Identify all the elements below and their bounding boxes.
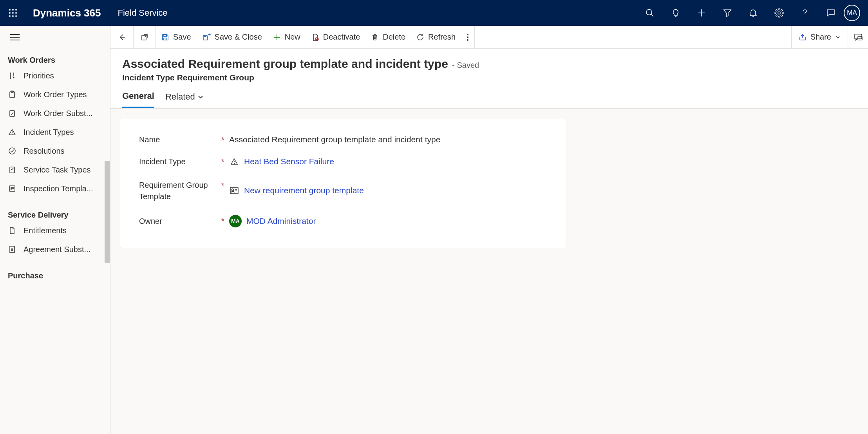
sidebar-item-agreement-substatus[interactable]: Agreement Subst... bbox=[0, 240, 110, 259]
cmd-label: Share bbox=[810, 33, 831, 42]
sidebar-item-entitlements[interactable]: Entitlements bbox=[0, 221, 110, 240]
field-value-requirement-group[interactable]: New requirement group template bbox=[229, 180, 547, 195]
sidebar-item-label: Priorities bbox=[24, 71, 110, 80]
svg-point-24 bbox=[12, 134, 13, 134]
page-title: Associated Requirement group template an… bbox=[122, 57, 448, 70]
tab-related[interactable]: Related bbox=[165, 91, 204, 108]
related-pane-button[interactable] bbox=[848, 26, 868, 48]
more-vertical-icon bbox=[467, 33, 469, 42]
form-card: Name * Associated Requirement group temp… bbox=[120, 118, 566, 248]
hamburger-icon bbox=[10, 34, 20, 41]
svg-rect-38 bbox=[204, 35, 206, 36]
search-button[interactable] bbox=[637, 0, 663, 26]
more-commands-button[interactable] bbox=[461, 26, 474, 49]
svg-point-25 bbox=[9, 148, 15, 154]
sidebar-item-incident-types[interactable]: Incident Types bbox=[0, 123, 110, 142]
svg-rect-36 bbox=[164, 35, 166, 36]
deactivate-icon bbox=[311, 33, 319, 41]
svg-point-1 bbox=[12, 9, 14, 11]
sidebar-item-label: Incident Types bbox=[24, 128, 110, 137]
sidebar-item-resolutions[interactable]: Resolutions bbox=[0, 142, 110, 160]
save-status: - Saved bbox=[452, 61, 479, 69]
sidebar-item-label: Inspection Templa... bbox=[24, 184, 110, 193]
tab-label: Related bbox=[165, 92, 195, 102]
svg-point-19 bbox=[13, 77, 14, 78]
svg-rect-50 bbox=[230, 187, 238, 194]
add-button[interactable] bbox=[689, 0, 714, 26]
gear-icon bbox=[774, 8, 784, 18]
assistant-button[interactable] bbox=[818, 0, 844, 26]
clipboard-edit-icon bbox=[8, 109, 16, 118]
field-value-incident-type[interactable]: Heat Bed Sensor Failure bbox=[229, 157, 547, 166]
sidebar-item-priorities[interactable]: Priorities bbox=[0, 66, 110, 85]
priorities-icon bbox=[8, 71, 16, 80]
sidebar-section-work-orders: Work Orders bbox=[0, 49, 110, 66]
refresh-button[interactable]: Refresh bbox=[411, 26, 461, 49]
svg-rect-37 bbox=[164, 38, 167, 40]
popout-button[interactable] bbox=[134, 26, 156, 48]
cmd-label: Refresh bbox=[428, 33, 456, 42]
sidebar-section-purchase: Purchase bbox=[0, 264, 110, 282]
contact-card-icon bbox=[229, 187, 239, 194]
chevron-down-icon bbox=[197, 94, 204, 100]
sidebar-item-work-order-substatus[interactable]: Work Order Subst... bbox=[0, 104, 110, 123]
list-icon bbox=[8, 184, 16, 193]
task-icon bbox=[8, 165, 16, 174]
svg-point-7 bbox=[12, 15, 14, 17]
sidebar-item-label: Work Order Subst... bbox=[24, 109, 110, 118]
cmd-label: Delete bbox=[383, 33, 405, 42]
notifications-button[interactable] bbox=[740, 0, 766, 26]
sidebar-scrollbar-thumb[interactable] bbox=[105, 161, 110, 263]
chevron-down-icon bbox=[835, 35, 841, 40]
lightbulb-button[interactable] bbox=[663, 0, 689, 26]
delete-button[interactable]: Delete bbox=[365, 26, 411, 49]
svg-rect-26 bbox=[10, 167, 14, 173]
app-launcher-button[interactable] bbox=[0, 0, 26, 26]
save-and-close-button[interactable]: Save & Close bbox=[197, 26, 268, 49]
field-value-owner[interactable]: MA MOD Administrator bbox=[229, 215, 547, 227]
lookup-link-requirement-group[interactable]: New requirement group template bbox=[244, 186, 364, 195]
svg-point-2 bbox=[15, 9, 17, 11]
field-label-incident-type: Incident Type bbox=[139, 157, 221, 166]
document-icon bbox=[8, 226, 16, 235]
popout-icon bbox=[141, 33, 148, 41]
settings-button[interactable] bbox=[766, 0, 792, 26]
sidebar-item-work-order-types[interactable]: Work Order Types bbox=[0, 85, 110, 104]
owner-avatar: MA bbox=[229, 215, 242, 227]
share-icon bbox=[799, 33, 807, 41]
field-value-name[interactable]: Associated Requirement group template an… bbox=[229, 135, 547, 144]
tab-general[interactable]: General bbox=[122, 91, 154, 108]
svg-point-3 bbox=[9, 12, 11, 14]
required-indicator: * bbox=[221, 157, 229, 166]
warning-icon bbox=[8, 128, 16, 136]
sidebar-toggle[interactable] bbox=[0, 26, 110, 49]
user-avatar[interactable]: MA bbox=[844, 5, 860, 21]
chat-icon bbox=[826, 8, 835, 18]
share-button[interactable]: Share bbox=[791, 26, 848, 48]
sidebar-item-label: Entitlements bbox=[24, 226, 110, 235]
sidebar-item-inspection-templates[interactable]: Inspection Templa... bbox=[0, 179, 110, 198]
new-button[interactable]: New bbox=[268, 26, 306, 49]
deactivate-button[interactable]: Deactivate bbox=[306, 26, 366, 49]
sidebar-item-label: Resolutions bbox=[24, 147, 110, 156]
filter-button[interactable] bbox=[714, 0, 740, 26]
arrow-left-icon bbox=[118, 33, 126, 42]
sidebar-item-service-task-types[interactable]: Service Task Types bbox=[0, 160, 110, 179]
module-label[interactable]: Field Service bbox=[108, 8, 167, 18]
lookup-link-incident-type[interactable]: Heat Bed Sensor Failure bbox=[244, 157, 334, 166]
lookup-link-owner[interactable]: MOD Administrator bbox=[246, 216, 316, 226]
field-label-owner: Owner bbox=[139, 217, 221, 226]
svg-point-44 bbox=[467, 36, 468, 38]
field-label-name: Name bbox=[139, 135, 221, 144]
help-button[interactable] bbox=[792, 0, 818, 26]
cmd-label: Save & Close bbox=[215, 33, 262, 42]
svg-point-4 bbox=[12, 12, 14, 14]
back-button[interactable] bbox=[110, 26, 134, 48]
trash-icon bbox=[371, 33, 379, 41]
save-button[interactable]: Save bbox=[156, 26, 197, 49]
svg-point-5 bbox=[15, 12, 17, 14]
svg-point-49 bbox=[234, 163, 235, 164]
svg-point-0 bbox=[9, 9, 11, 11]
svg-line-10 bbox=[651, 14, 653, 16]
required-indicator: * bbox=[221, 180, 229, 190]
